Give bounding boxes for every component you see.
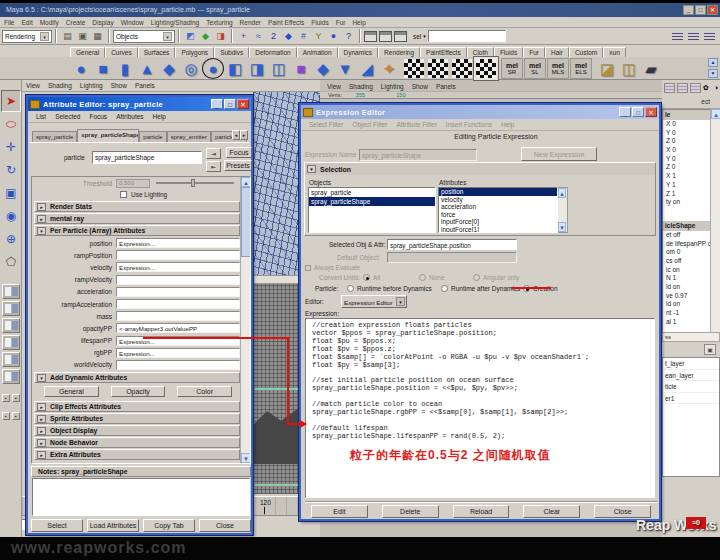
snap-grid-icon[interactable]: + — [236, 29, 251, 43]
shelf-util2-icon[interactable]: ◫ — [618, 58, 640, 79]
make-live-icon[interactable]: # — [296, 29, 311, 43]
object-list-item[interactable]: spray_particle — [309, 188, 435, 197]
maximize-icon[interactable]: □ — [632, 107, 644, 117]
select-hierarchy-icon[interactable]: ◩ — [183, 29, 198, 43]
poly-mirror-icon[interactable]: ▼ — [334, 58, 356, 79]
collapsed-section[interactable]: ▸ Extra Attributes — [34, 449, 240, 460]
shelf-util3-icon[interactable]: ▰ — [640, 58, 662, 79]
collapsed-section[interactable]: ▸ mental ray — [34, 213, 240, 224]
channel-layout-icon[interactable] — [690, 83, 701, 93]
shelf-tab[interactable]: Subdivs — [214, 47, 249, 57]
menu-item[interactable]: Help — [153, 113, 166, 120]
minimize-icon[interactable]: _ — [683, 5, 694, 15]
shelf-tab[interactable]: Custom — [569, 47, 603, 57]
collapsed-section[interactable]: ▸ Node Behavior — [34, 437, 240, 448]
expand-icon[interactable]: ▸ — [37, 427, 46, 435]
attribute-value-field[interactable]: Expression... — [116, 262, 240, 272]
use-lighting-checkbox[interactable] — [120, 191, 127, 198]
new-layer-icon[interactable]: ▣ — [704, 344, 716, 355]
panel-menu-item[interactable]: View — [327, 83, 341, 90]
node-tab[interactable]: spray_emitter — [167, 131, 211, 142]
attribute-value-field[interactable]: Expression... — [116, 348, 240, 358]
render-flag2-icon[interactable] — [428, 59, 448, 78]
snap-curve-icon[interactable]: ≈ — [251, 29, 266, 43]
attribute-list-item[interactable]: velocity — [439, 196, 557, 204]
poly-cylinder-icon[interactable]: ▮ — [114, 58, 136, 79]
attribute-scrollbar[interactable]: ▲ ▼ — [240, 177, 250, 463]
menu-item[interactable]: Focus — [89, 113, 107, 120]
footer-button[interactable]: Load Attributes — [87, 519, 139, 532]
menu-item[interactable]: Insert Functions — [446, 121, 492, 128]
mel-script-icon[interactable]: mel MLS — [547, 58, 569, 79]
poly-sphere-proxy-icon[interactable]: ● — [202, 58, 224, 79]
attribute-value-field[interactable] — [116, 275, 240, 285]
add-dynamic-section[interactable]: ▾ Add Dynamic Attributes — [34, 372, 240, 383]
expand-icon[interactable]: ▸ — [37, 451, 46, 459]
menu-item[interactable]: Lighting/Shading — [151, 19, 199, 26]
show-both-icon[interactable] — [703, 31, 716, 42]
layout-four-pane-button[interactable] — [2, 301, 20, 316]
shelf-tab[interactable]: Curves — [105, 47, 138, 57]
panel-menu-item[interactable]: View — [26, 82, 40, 89]
poly-split-icon[interactable]: ◫ — [268, 58, 290, 79]
menu-item[interactable]: Object Filter — [352, 121, 387, 128]
panel-menu-item[interactable]: Shading — [48, 82, 72, 89]
footer-button[interactable]: Select — [31, 519, 83, 532]
menu-item[interactable]: File — [4, 19, 14, 26]
select-tool-icon[interactable]: ➤ — [1, 90, 21, 112]
minimize-icon[interactable]: _ — [619, 107, 631, 117]
select-object-icon[interactable]: ◆ — [198, 29, 213, 43]
menu-item[interactable]: Modify — [40, 19, 59, 26]
show-channel-box-icon[interactable] — [671, 31, 684, 42]
shelf-tab[interactable]: Surfaces — [138, 47, 176, 57]
menu-item[interactable]: Window — [121, 19, 144, 26]
render-flag-boxed-icon[interactable] — [476, 59, 496, 78]
collapse-icon[interactable]: ▾ — [307, 165, 316, 173]
menu-item[interactable]: Help — [352, 19, 365, 26]
show-layer-editor-icon[interactable] — [687, 31, 700, 42]
select-component-icon[interactable]: ◨ — [213, 29, 228, 43]
attribute-value-field[interactable]: <-arrayMapper3.outValuePP — [116, 323, 240, 333]
viewport-grid[interactable] — [253, 284, 300, 494]
shelf-tab[interactable]: Polygons — [175, 47, 214, 57]
poly-cube-icon[interactable]: ■ — [92, 58, 114, 79]
open-scene-icon[interactable]: ▣ — [75, 29, 90, 43]
panel-menu-item[interactable]: Show — [111, 82, 127, 89]
render-flag-icon[interactable] — [404, 59, 424, 78]
add-attribute-button[interactable]: Color — [177, 386, 232, 397]
panel-menu-item[interactable]: Show — [412, 83, 428, 90]
menu-item[interactable]: Display — [92, 19, 113, 26]
threshold-slider[interactable] — [156, 182, 234, 184]
snap-view-plane-icon[interactable]: ◆ — [281, 29, 296, 43]
close-icon[interactable]: ✕ — [237, 99, 249, 109]
menu-item[interactable]: Render — [240, 19, 261, 26]
node-tab[interactable]: spray_particleShape — [77, 129, 139, 142]
shelf-tab[interactable]: PaintEffects — [420, 47, 467, 57]
expand-icon[interactable]: ▸ — [37, 439, 46, 447]
menu-item[interactable]: Fluids — [311, 19, 328, 26]
attribute-list-item[interactable]: force — [439, 211, 557, 219]
channel-scrollbar[interactable]: ▲ ▼ — [710, 109, 720, 361]
pin-icon[interactable]: ⇥ — [206, 148, 221, 159]
panel-menu-item[interactable]: Panels — [436, 83, 456, 90]
footer-button[interactable]: Copy Tab — [143, 519, 195, 532]
expression-editor-title-bar[interactable]: Expression Editor _ □ ✕ — [301, 105, 659, 119]
last-tool-icon[interactable]: ⬠ — [1, 251, 21, 273]
soft-mod-tool-icon[interactable]: ◉ — [1, 205, 21, 227]
shelf-tab[interactable]: Hair — [545, 47, 569, 57]
layout-persp-outliner-button[interactable] — [2, 318, 20, 333]
render-globals-icon[interactable] — [394, 31, 407, 42]
layout-persp-graph-button[interactable] — [2, 352, 20, 367]
panel-menu-item[interactable]: Lighting — [80, 82, 103, 89]
snap-center-icon[interactable]: ● — [326, 29, 341, 43]
layer-row[interactable]: t_layer — [663, 358, 719, 370]
maximize-icon[interactable]: □ — [224, 99, 236, 109]
attribute-value-field[interactable] — [116, 250, 240, 260]
shelf-tab[interactable]: General — [70, 47, 105, 57]
collapsed-section[interactable]: ▸ Render Stats — [34, 201, 240, 212]
attribute-list-item[interactable]: inputForce[1] — [439, 226, 557, 233]
attribute-value-field[interactable]: Expression... — [116, 238, 240, 248]
shelf-tab[interactable]: Fluids — [494, 47, 523, 57]
menu-item[interactable]: Paint Effects — [268, 19, 304, 26]
selected-obj-attr-field[interactable]: spray_particleShape.position — [387, 239, 517, 250]
